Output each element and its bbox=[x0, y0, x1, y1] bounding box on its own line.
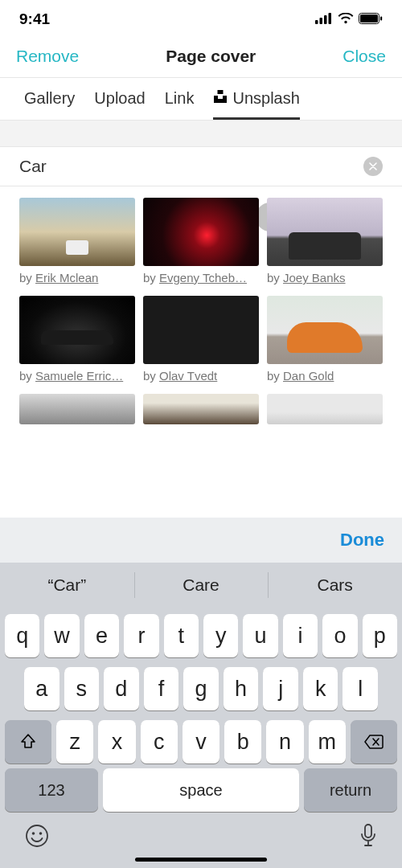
author-link[interactable]: Evgeny Tcheb… bbox=[159, 271, 247, 285]
key-l[interactable]: l bbox=[343, 667, 378, 710]
clear-search-button[interactable] bbox=[363, 157, 383, 176]
key-numbers[interactable]: 123 bbox=[5, 768, 98, 812]
result-thumbnail[interactable] bbox=[19, 198, 135, 266]
key-space[interactable]: space bbox=[103, 768, 299, 812]
suggestion[interactable]: Care bbox=[134, 563, 269, 608]
result-thumbnail[interactable] bbox=[267, 296, 383, 364]
svg-rect-7 bbox=[218, 90, 224, 94]
author-link[interactable]: Dan Gold bbox=[283, 369, 334, 383]
author-link[interactable]: Erik Mclean bbox=[35, 271, 98, 285]
key-c[interactable]: c bbox=[141, 720, 178, 764]
result-item[interactable] bbox=[19, 394, 135, 429]
svg-rect-11 bbox=[365, 825, 371, 837]
result-item[interactable]: by Dan Gold bbox=[267, 296, 383, 387]
result-item[interactable]: by Erik Mclean bbox=[19, 198, 135, 289]
key-d[interactable]: d bbox=[104, 667, 139, 710]
key-v[interactable]: v bbox=[183, 720, 219, 764]
key-f[interactable]: f bbox=[144, 667, 179, 710]
key-y[interactable]: y bbox=[203, 614, 238, 657]
result-credit: by Evgeny Tcheb… bbox=[143, 271, 259, 285]
author-link[interactable]: Olav Tvedt bbox=[159, 369, 217, 383]
unsplash-icon bbox=[213, 89, 228, 108]
key-w[interactable]: w bbox=[44, 614, 79, 657]
keyboard-toolbar: Done bbox=[0, 518, 402, 563]
key-s[interactable]: s bbox=[64, 667, 100, 710]
key-z[interactable]: z bbox=[56, 720, 93, 764]
key-g[interactable]: g bbox=[183, 667, 219, 710]
x-icon bbox=[369, 162, 377, 170]
key-u[interactable]: u bbox=[243, 614, 277, 657]
svg-rect-5 bbox=[360, 14, 378, 23]
suggestion[interactable]: Cars bbox=[268, 563, 402, 608]
home-indicator[interactable] bbox=[135, 858, 267, 862]
remove-button[interactable]: Remove bbox=[16, 47, 79, 66]
keyboard-suggestions: “Car” Care Cars bbox=[0, 563, 402, 608]
status-icons bbox=[315, 10, 383, 28]
close-button[interactable]: Close bbox=[343, 47, 386, 66]
key-p[interactable]: p bbox=[363, 614, 397, 657]
result-item[interactable]: by Evgeny Tcheb… bbox=[143, 198, 259, 289]
key-h[interactable]: h bbox=[224, 667, 259, 710]
author-link[interactable]: Joey Banks bbox=[283, 271, 346, 285]
results-grid[interactable]: by Erik Mclean by Evgeny Tcheb… by Joey … bbox=[0, 186, 402, 429]
wifi-icon bbox=[338, 10, 354, 28]
emoji-icon bbox=[24, 823, 50, 849]
status-time: 9:41 bbox=[19, 10, 50, 28]
result-thumbnail[interactable] bbox=[143, 394, 259, 424]
svg-point-9 bbox=[32, 832, 35, 835]
result-item[interactable]: by Samuele Erric… bbox=[19, 296, 135, 387]
tab-label: Upload bbox=[94, 89, 145, 108]
key-b[interactable]: b bbox=[224, 720, 261, 764]
dictation-button[interactable] bbox=[359, 823, 378, 852]
result-thumbnail[interactable] bbox=[19, 394, 135, 424]
key-a[interactable]: a bbox=[24, 667, 59, 710]
tab-link[interactable]: Link bbox=[165, 89, 195, 120]
result-thumbnail[interactable] bbox=[143, 296, 259, 364]
cover-source-tabs: Gallery Upload Link Unsplash bbox=[0, 78, 402, 120]
svg-rect-2 bbox=[324, 15, 327, 24]
key-r[interactable]: r bbox=[124, 614, 158, 657]
section-band bbox=[0, 120, 402, 147]
result-item[interactable] bbox=[143, 394, 259, 429]
key-shift[interactable] bbox=[5, 720, 51, 764]
backspace-icon bbox=[363, 734, 384, 750]
svg-point-8 bbox=[27, 825, 47, 846]
result-thumbnail[interactable] bbox=[267, 394, 383, 424]
key-n[interactable]: n bbox=[266, 720, 303, 764]
tab-unsplash[interactable]: Unsplash bbox=[213, 89, 299, 120]
battery-icon bbox=[359, 10, 383, 28]
result-item[interactable] bbox=[267, 394, 383, 429]
result-credit: by Samuele Erric… bbox=[19, 369, 135, 383]
result-item[interactable]: by Olav Tvedt bbox=[143, 296, 259, 387]
cellular-icon bbox=[315, 10, 333, 28]
emoji-button[interactable] bbox=[24, 823, 50, 852]
key-i[interactable]: i bbox=[283, 614, 318, 657]
keyboard-keys: q w e r t y u i o p a s d f g h j k l z bbox=[0, 608, 402, 768]
key-m[interactable]: m bbox=[309, 720, 346, 764]
tab-gallery[interactable]: Gallery bbox=[24, 89, 75, 120]
result-credit: by Joey Banks bbox=[267, 271, 383, 285]
key-backspace[interactable] bbox=[351, 720, 397, 764]
svg-rect-1 bbox=[320, 18, 323, 24]
suggestion[interactable]: “Car” bbox=[0, 563, 134, 608]
result-thumbnail[interactable] bbox=[267, 198, 383, 266]
tab-label: Gallery bbox=[24, 89, 75, 108]
tab-upload[interactable]: Upload bbox=[94, 89, 145, 120]
result-thumbnail[interactable] bbox=[19, 296, 135, 364]
shift-icon bbox=[19, 733, 37, 751]
key-k[interactable]: k bbox=[303, 667, 338, 710]
result-item[interactable]: by Joey Banks bbox=[267, 198, 383, 289]
result-thumbnail[interactable] bbox=[143, 198, 259, 266]
key-x[interactable]: x bbox=[98, 720, 135, 764]
key-j[interactable]: j bbox=[263, 667, 298, 710]
keyboard-done-button[interactable]: Done bbox=[340, 530, 384, 551]
key-o[interactable]: o bbox=[322, 614, 357, 657]
key-t[interactable]: t bbox=[164, 614, 199, 657]
mic-icon bbox=[359, 823, 378, 849]
key-q[interactable]: q bbox=[5, 614, 39, 657]
author-link[interactable]: Samuele Erric… bbox=[35, 369, 123, 383]
key-e[interactable]: e bbox=[84, 614, 119, 657]
key-return[interactable]: return bbox=[304, 768, 397, 812]
search-input[interactable] bbox=[19, 157, 354, 176]
page-title: Page cover bbox=[166, 47, 256, 66]
